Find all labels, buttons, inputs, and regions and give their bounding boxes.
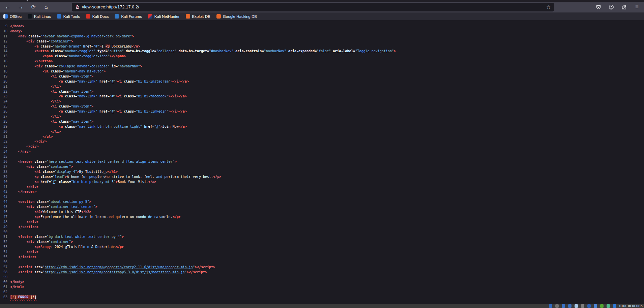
account-button[interactable] [607,3,616,11]
source-line: 48 </div> [0,220,644,225]
source-line: 40 <a href="#" class="btn btn-primary mt… [0,180,644,185]
view-source-content[interactable]: 9</head>10<body>11 <nav class="navbar na… [0,20,644,304]
source-line: 24 </li> [0,99,644,104]
code-token-val: "navbar-toggler-icon" [67,54,110,58]
code-token-tag: ></script> [187,270,207,274]
code-token-val: "nav-link" [77,94,97,98]
code-token-val: "nav-item" [71,74,91,78]
source-line: 54 </div> [0,250,644,255]
line-number: 60 [0,280,7,285]
line-code: </div> [10,185,38,190]
bookmark-kali-docs[interactable]: Kali Docs [86,14,109,19]
code-token-tag: </p> [213,175,221,179]
vbox-display-icon[interactable] [587,304,591,308]
source-line: 17 <div class="collapse navbar-collapse"… [0,64,644,69]
forward-button[interactable]: → [16,3,26,11]
line-number: 57 [0,265,7,270]
vbox-mouse-integration-icon[interactable] [607,304,610,308]
source-link[interactable]: https://cdn.jsdelivr.net/npm/bootstrap@5… [45,270,184,274]
code-token-attr: class= [34,165,49,168]
hamburger-icon: ≡ [635,4,639,10]
code-token-tag: > [71,240,73,244]
code-token-val: "bg-dark text-white text-center py-4" [47,235,122,239]
code-token-tag: <span [42,54,53,58]
vbox-features-icon[interactable] [600,304,604,308]
line-number: 14 [0,49,7,54]
code-token-attr: class= [53,54,67,58]
code-token-text [10,180,34,184]
vbox-recording-icon[interactable] [594,304,597,308]
code-token-tag: ></i></a> [171,80,189,83]
line-code: </footer> [10,255,36,260]
code-token-val: "bi bi-instagram" [136,80,170,83]
offsec-favicon-icon [3,14,8,19]
line-number: 24 [0,99,7,104]
line-number: 22 [0,89,7,94]
code-token-attr: aria-label= [331,49,355,53]
bookmark-kali-tools[interactable]: Kali Tools [57,14,80,19]
code-token-val: "nav-item" [71,104,91,108]
code-token-attr: class= [63,80,77,83]
source-line: 42 </header> [0,189,644,194]
reload-button[interactable]: ⟳ [28,3,38,11]
line-code: <script src="https://cdn.jsdelivr.net/np… [10,265,215,270]
source-link[interactable]: https://cdn.jsdelivr.net/npm/@popperjs/c… [45,265,193,269]
source-line: 29 <a class="nav-link btn btn-outline-li… [0,124,644,129]
line-number: 29 [0,124,7,129]
vbox-host-key-icon[interactable] [613,304,616,308]
bookmark-exploit-db[interactable]: Exploit-DB [186,14,210,19]
bookmark-kali-nethunter[interactable]: Kali NetHunter [148,14,180,19]
line-code: <span class="navbar-toggler-icon"></span… [10,54,126,59]
code-token-tag: <a [59,110,63,113]
insecure-lock-icon[interactable] [75,5,80,9]
vbox-hdd-icon[interactable] [549,304,552,308]
bookmark-label: Kali NetHunter [154,14,180,19]
menu-button[interactable]: ≡ [633,3,641,11]
vbox-audio-icon[interactable] [562,304,565,308]
code-token-val: "nav-item" [71,120,91,123]
code-token-tag: <body> [10,29,22,33]
code-token-val: "#navbarNav" [209,49,233,53]
line-number: 30 [0,129,7,134]
code-token-attr: class= [32,235,47,239]
code-token-text [10,44,34,48]
vbox-shared-folders-icon[interactable] [581,304,584,308]
bookmark-star-button[interactable]: ☆ [546,4,551,10]
code-token-tag: </p> [116,245,124,249]
code-token-text [10,54,42,58]
bookmark-offsec[interactable]: OffSec [3,14,22,19]
extensions-button[interactable] [620,3,628,11]
code-token-val: "container text-center" [49,205,95,209]
vbox-network-icon[interactable] [568,304,572,308]
code-token-val: "collapse navbar-collapse" [57,64,110,68]
code-token-tag: <div [26,205,34,209]
code-token-text [10,190,18,193]
line-code: </li> [10,99,61,104]
code-token-tag: <a [34,44,38,48]
bookmark-kali-linux[interactable]: Kali Linux [28,14,51,19]
source-line: 61</html> [0,285,644,290]
code-token-attr: class= [63,94,77,98]
code-token-tag: <h1 [34,170,40,174]
code-token-text [10,205,26,209]
url-bar[interactable]: view-source:http://172.17.0.2/ ☆ [72,3,554,11]
bookmark-google-hacking-db[interactable]: Google Hacking DB [216,14,257,19]
back-button[interactable]: ← [3,3,13,11]
line-number: 16 [0,59,7,64]
code-token-text [10,150,18,153]
source-line: 49 </section> [0,225,644,230]
url-text: view-source:http://172.17.0.2/ [82,5,139,9]
source-line: 50 [0,230,644,235]
bookmark-kali-forums[interactable]: Kali Forums [115,14,142,19]
code-token-text [10,49,34,53]
code-token-attr: class= [122,110,136,113]
code-token-text [10,265,18,269]
line-number: 31 [0,134,7,140]
kali-nethunter-favicon-icon [148,14,152,19]
vbox-optical-icon[interactable] [555,304,559,308]
vbox-usb-icon[interactable] [575,304,578,308]
pocket-button[interactable] [594,3,603,11]
source-line: 28 <li class="nav-item"> [0,119,644,124]
line-number: 62 [0,290,7,295]
home-button[interactable]: ⌂ [41,3,51,11]
